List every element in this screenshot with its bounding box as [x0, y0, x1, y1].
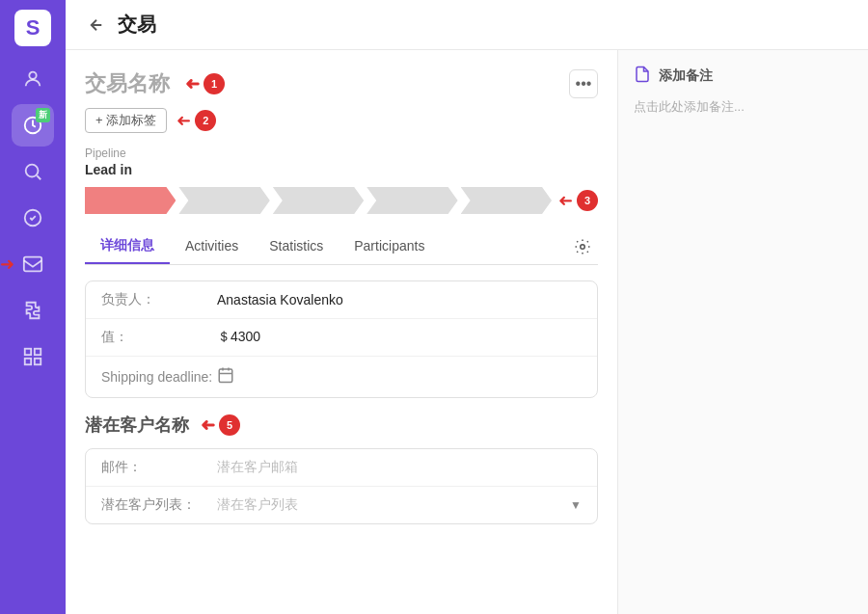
- stage-2[interactable]: [178, 187, 269, 214]
- info-row-deadline: Shipping deadline:: [86, 357, 597, 397]
- pipeline-value: Lead in: [85, 162, 598, 177]
- list-value: 潜在客户列表: [217, 496, 298, 514]
- svg-rect-6: [35, 349, 41, 355]
- stage-1[interactable]: [85, 187, 176, 214]
- more-options-button[interactable]: •••: [569, 69, 598, 98]
- info-card: 负责人： Anastasia Kovalenko 值： ＄4300 Shippi…: [85, 280, 598, 398]
- new-badge: 新: [36, 108, 50, 122]
- assignee-value: Anastasia Kovalenko: [217, 292, 343, 307]
- dropdown-arrow-icon: ▼: [570, 498, 582, 512]
- assignee-label: 负责人：: [101, 291, 217, 308]
- pipeline-label: Pipeline: [85, 147, 598, 160]
- tab-details[interactable]: 详细信息: [85, 229, 170, 264]
- sidebar-item-person[interactable]: [12, 58, 54, 100]
- deadline-label: Shipping deadline:: [101, 369, 217, 385]
- value-label: 值：: [101, 329, 217, 346]
- email-value[interactable]: 潜在客户邮箱: [217, 459, 298, 476]
- notes-icon: [634, 66, 651, 87]
- notes-title: 添加备注: [659, 67, 713, 85]
- sidebar-item-deals[interactable]: 新: [12, 104, 54, 147]
- annotation-3: 3: [577, 190, 598, 211]
- tab-participants[interactable]: Participants: [339, 230, 440, 263]
- sidebar: S 新 4 ➜: [0, 0, 66, 614]
- tab-activities[interactable]: Activities: [170, 230, 254, 263]
- deal-title-row: 交易名称 ➜ 1 •••: [85, 69, 598, 98]
- info-row-assignee: 负责人： Anastasia Kovalenko: [86, 281, 597, 319]
- tab-statistics[interactable]: Statistics: [254, 230, 339, 263]
- header: 交易: [66, 0, 868, 50]
- main-content: 交易 交易名称 ➜ 1 ••• + 添加标签: [66, 0, 868, 614]
- notes-placeholder[interactable]: 点击此处添加备注...: [634, 98, 853, 116]
- sidebar-item-search[interactable]: [12, 150, 54, 193]
- stage-4[interactable]: [366, 187, 457, 214]
- add-tag-button[interactable]: + 添加标签: [85, 108, 167, 133]
- email-label: 邮件：: [101, 459, 217, 476]
- info-row-value: 值： ＄4300: [86, 319, 597, 357]
- deal-title: 交易名称 ➜ 1: [85, 69, 225, 98]
- svg-point-9: [581, 245, 585, 250]
- annotation-2: 2: [195, 110, 216, 131]
- stage-5[interactable]: [461, 187, 552, 214]
- back-button[interactable]: [85, 13, 108, 37]
- annotation-5: 5: [219, 414, 240, 436]
- contact-card: 邮件： 潜在客户邮箱 潜在客户列表： 潜在客户列表 ▼: [85, 448, 598, 524]
- annotation-1: 1: [203, 73, 225, 94]
- calendar-icon[interactable]: [217, 366, 234, 387]
- svg-point-0: [29, 72, 36, 79]
- svg-point-2: [26, 165, 39, 177]
- list-value-row[interactable]: 潜在客户列表 ▼: [217, 496, 582, 514]
- page-title: 交易: [118, 12, 156, 38]
- list-label: 潜在客户列表：: [101, 496, 217, 514]
- svg-rect-5: [25, 349, 31, 355]
- svg-rect-7: [25, 359, 31, 364]
- contact-section-title: 潜在客户名称 ➜ 5: [85, 414, 598, 437]
- stage-3[interactable]: [273, 187, 364, 214]
- svg-rect-10: [219, 369, 232, 383]
- contact-row-email: 邮件： 潜在客户邮箱: [86, 449, 597, 487]
- app-logo: S: [14, 10, 51, 46]
- sidebar-item-tasks[interactable]: [12, 197, 54, 239]
- tabs-row: 详细信息 Activities Statistics Participants: [85, 229, 598, 265]
- tab-settings-button[interactable]: [567, 231, 598, 262]
- body-split: 交易名称 ➜ 1 ••• + 添加标签 ➜ 2 Pipe: [66, 50, 868, 614]
- sidebar-item-puzzle[interactable]: [12, 289, 54, 332]
- sidebar-item-mail[interactable]: 4 ➜: [12, 243, 54, 285]
- add-tag-row: + 添加标签 ➜ 2: [85, 108, 598, 133]
- value-amount: ＄4300: [217, 329, 260, 346]
- left-panel: 交易名称 ➜ 1 ••• + 添加标签 ➜ 2 Pipe: [66, 50, 617, 614]
- sidebar-item-grid[interactable]: [12, 335, 54, 378]
- svg-rect-4: [24, 257, 41, 272]
- svg-rect-8: [35, 359, 41, 364]
- stage-bar: ➜ 3: [85, 187, 598, 214]
- right-panel: 添加备注 点击此处添加备注...: [617, 50, 868, 614]
- notes-header: 添加备注: [634, 66, 853, 87]
- contact-row-list[interactable]: 潜在客户列表： 潜在客户列表 ▼: [86, 487, 597, 523]
